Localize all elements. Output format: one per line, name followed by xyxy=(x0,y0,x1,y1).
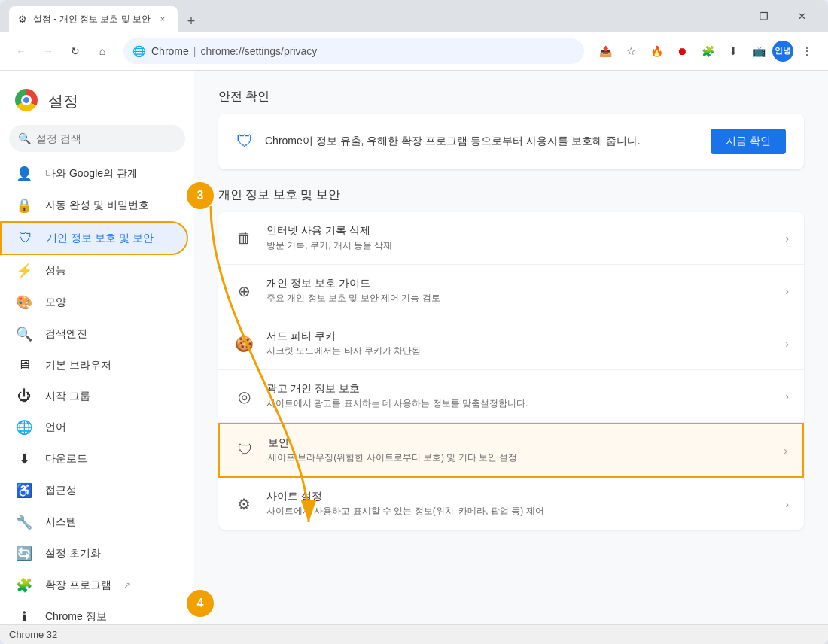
page-wrapper: 설정 🔍 👤 나와 Google의 관계 🔒 자동 완성 및 비밀번호 🛡 개인… xyxy=(0,71,828,624)
forward-button[interactable]: → xyxy=(36,39,60,63)
sidebar-item-privacy[interactable]: 🛡 개인 정보 보호 및 보안 xyxy=(0,221,188,255)
more-options-icon[interactable]: ⋮ xyxy=(795,39,819,63)
security-title: 보안 xyxy=(268,436,772,450)
tab-close-button[interactable]: × xyxy=(157,13,169,25)
chrome-logo-inner xyxy=(21,95,32,105)
cast-icon[interactable]: 📺 xyxy=(747,39,771,63)
search-icon: 🔍 xyxy=(18,132,31,144)
separator: | xyxy=(193,45,196,57)
settings-item-site-settings[interactable]: ⚙ 사이트 설정 사이트에서 사용하고 표시할 수 있는 정보(위치, 카메라,… xyxy=(218,478,804,530)
cookies-text: 서드 파티 쿠키 시크릿 모드에서는 타사 쿠키가 차단됨 xyxy=(266,330,773,357)
safety-check-left: 🛡 Chrome이 정보 유출, 유해한 확장 프로그램 등으로부터 사용자를 … xyxy=(236,132,641,151)
adprivacy-icon: ◎ xyxy=(233,387,254,406)
settings-item-history[interactable]: 🗑 인터넷 사용 기록 삭제 방문 기록, 쿠키, 캐시 등을 삭제 › xyxy=(218,212,804,265)
sidebar-item-label-autofill: 자동 완성 및 비밀번호 xyxy=(45,199,149,212)
adprivacy-text: 광고 개인 정보 보호 사이트에서 광고를 표시하는 데 사용하는 정보를 맞춤… xyxy=(266,382,773,410)
cookies-desc: 시크릿 모드에서는 타사 쿠키가 차단됨 xyxy=(266,345,773,357)
new-tab-button[interactable]: + xyxy=(181,11,202,32)
site-settings-text: 사이트 설정 사이트에서 사용하고 표시할 수 있는 정보(위치, 카메라, 팝… xyxy=(266,490,773,518)
security-text: 보안 세이프 브라우징(위험한 사이트로부터 보호) 및 기타 보안 설정 xyxy=(268,436,772,464)
autofill-icon: 🔒 xyxy=(15,197,33,214)
sidebar-item-reset[interactable]: 🔄 설정 초기화 xyxy=(0,538,188,570)
sidebar-item-label-appearance: 모양 xyxy=(45,296,66,309)
sidebar-item-label-startup: 시작 그룹 xyxy=(45,390,90,403)
main-area: 설정 🔍 👤 나와 Google의 관계 🔒 자동 완성 및 비밀번호 🛡 개인… xyxy=(0,71,828,624)
safety-check-button[interactable]: 지금 확인 xyxy=(711,129,786,154)
site-info-icon[interactable]: 🌐 xyxy=(132,45,145,57)
sidebar-title: 설정 xyxy=(48,91,78,111)
back-button[interactable]: ← xyxy=(9,39,33,63)
about-icon: ℹ xyxy=(15,609,33,624)
sidebar-item-startup[interactable]: ⏻ 시작 그룹 xyxy=(0,381,188,412)
nav-icons-right: 📤 ☆ 🔥 ⏺ 🧩 ⬇ 📺 안녕 ⋮ xyxy=(593,39,819,63)
sidebar-item-about[interactable]: ℹ Chrome 정보 xyxy=(0,601,188,624)
sidebar-item-label-accessibility: 접근성 xyxy=(45,484,77,497)
guide-icon: ⊕ xyxy=(233,282,254,300)
close-button[interactable]: ✕ xyxy=(784,4,819,28)
settings-item-guide[interactable]: ⊕ 개인 정보 보호 가이드 주요 개인 정보 보호 및 보안 제어 기능 검토… xyxy=(218,265,804,317)
sidebar-item-search[interactable]: 🔍 검색엔진 xyxy=(0,318,188,350)
sidebar-item-browser[interactable]: 🖥 기본 브라우저 xyxy=(0,350,188,381)
url-text: chrome://settings/privacy xyxy=(200,45,317,57)
extensions-icon[interactable]: 🧩 xyxy=(696,39,720,63)
sidebar-item-system[interactable]: 🔧 시스템 xyxy=(0,506,188,538)
account-icon: 👤 xyxy=(15,166,33,182)
profile-icon[interactable]: 안녕 xyxy=(772,41,793,62)
sidebar-item-label-browser: 기본 브라우저 xyxy=(45,359,111,372)
search-wrapper: 🔍 xyxy=(9,125,185,152)
window-controls: — ❐ ✕ xyxy=(709,4,819,28)
safety-check-banner: 🛡 Chrome이 정보 유출, 유해한 확장 프로그램 등으로부터 사용자를 … xyxy=(218,114,804,169)
guide-desc: 주요 개인 정보 보호 및 보안 제어 기능 검토 xyxy=(266,292,773,305)
settings-item-cookies[interactable]: 🍪 서드 파티 쿠키 시크릿 모드에서는 타사 쿠키가 차단됨 › xyxy=(218,317,804,370)
accessibility-icon: ♿ xyxy=(15,482,33,499)
sidebar-item-label-privacy: 개인 정보 보호 및 보안 xyxy=(47,232,154,245)
share-icon[interactable]: 📤 xyxy=(593,39,617,63)
guide-chevron: › xyxy=(785,285,789,297)
sidebar-item-download[interactable]: ⬇ 다운로드 xyxy=(0,443,188,475)
brand-text: Chrome xyxy=(151,45,189,57)
sidebar-item-autofill[interactable]: 🔒 자동 완성 및 비밀번호 xyxy=(0,190,188,221)
maximize-button[interactable]: ❐ xyxy=(747,4,781,28)
site-settings-desc: 사이트에서 사용하고 표시할 수 있는 정보(위치, 카메라, 팝업 등) 제어 xyxy=(266,505,773,518)
active-tab[interactable]: ⚙ 설정 - 개인 정보 보호 및 보안 × xyxy=(9,6,178,32)
extensions-nav-icon: 🧩 xyxy=(15,577,33,594)
safety-check-section: 안전 확인 🛡 Chrome이 정보 유출, 유해한 확장 프로그램 등으로부터… xyxy=(218,89,804,169)
flame-icon[interactable]: 🔥 xyxy=(644,39,668,63)
address-bar[interactable]: 🌐 Chrome|chrome://settings/privacy xyxy=(123,38,584,64)
adprivacy-desc: 사이트에서 광고를 표시하는 데 사용하는 정보를 맞춤설정합니다. xyxy=(266,397,773,410)
sidebar-item-label-system: 시스템 xyxy=(45,515,77,529)
history-chevron: › xyxy=(785,232,789,245)
settings-item-security[interactable]: 🛡 보안 세이프 브라우징(위험한 사이트로부터 보호) 및 기타 보안 설정 … xyxy=(218,423,804,478)
site-settings-icon: ⚙ xyxy=(233,495,254,513)
sidebar-item-performance[interactable]: ⚡ 성능 xyxy=(0,255,188,287)
sidebar-item-label-download: 다운로드 xyxy=(45,452,87,466)
sidebar-item-language[interactable]: 🌐 언어 xyxy=(0,412,188,443)
sidebar-item-appearance[interactable]: 🎨 모양 xyxy=(0,287,188,318)
sidebar-header: 설정 xyxy=(0,83,194,125)
settings-item-adprivacy[interactable]: ◎ 광고 개인 정보 보호 사이트에서 광고를 표시하는 데 사용하는 정보를 … xyxy=(218,370,804,423)
sidebar-item-label-about: Chrome 정보 xyxy=(45,610,107,624)
sidebar-item-label-account: 나와 Google의 관계 xyxy=(45,167,138,181)
tab-area: ⚙ 설정 - 개인 정보 보호 및 보안 × + xyxy=(9,0,703,32)
sidebar-item-extensions[interactable]: 🧩 확장 프로그램 ↗ xyxy=(0,570,188,601)
home-button[interactable]: ⌂ xyxy=(90,39,114,63)
adprivacy-chevron: › xyxy=(785,390,789,402)
sidebar-item-account[interactable]: 👤 나와 Google의 관계 xyxy=(0,158,188,190)
reset-icon: 🔄 xyxy=(15,545,33,562)
adprivacy-title: 광고 개인 정보 보호 xyxy=(266,382,773,396)
reload-button[interactable]: ↻ xyxy=(63,39,87,63)
record-icon[interactable]: ⏺ xyxy=(670,39,694,63)
browser-window: ⚙ 설정 - 개인 정보 보호 및 보안 × + — ❐ ✕ ← → ↻ ⌂ 🌐… xyxy=(0,0,828,644)
site-settings-title: 사이트 설정 xyxy=(266,490,773,503)
chrome-logo xyxy=(15,89,39,113)
minimize-button[interactable]: — xyxy=(709,4,744,28)
sidebar-item-accessibility[interactable]: ♿ 접근성 xyxy=(0,475,188,506)
settings-list: 🗑 인터넷 사용 기록 삭제 방문 기록, 쿠키, 캐시 등을 삭제 › ⊕ 개… xyxy=(218,212,804,530)
title-bar: ⚙ 설정 - 개인 정보 보호 및 보안 × + — ❐ ✕ xyxy=(0,0,828,32)
guide-text: 개인 정보 보호 가이드 주요 개인 정보 보호 및 보안 제어 기능 검토 xyxy=(266,277,773,305)
nav-bar: ← → ↻ ⌂ 🌐 Chrome|chrome://settings/priva… xyxy=(0,32,828,71)
search-input[interactable] xyxy=(9,125,185,152)
search-engine-icon: 🔍 xyxy=(15,326,33,342)
download-icon[interactable]: ⬇ xyxy=(721,39,745,63)
bookmark-icon[interactable]: ☆ xyxy=(619,39,643,63)
